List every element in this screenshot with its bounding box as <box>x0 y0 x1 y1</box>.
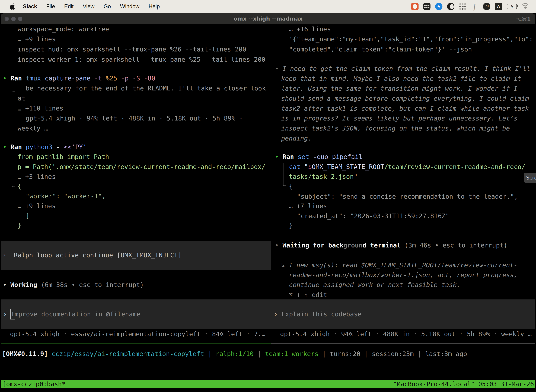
right-prompt-input[interactable]: › Explain this codebase <box>274 309 362 319</box>
bullet-icon: • <box>3 281 7 288</box>
left-python-code: p = Path('.omx/state/team/review-current… <box>18 162 265 172</box>
right-prompt-band[interactable]: › Explain this codebase <box>271 299 535 329</box>
pane-divider[interactable] <box>271 24 271 344</box>
right-thinking-line: inspect task2's JSON, focusing on the st… <box>281 123 510 133</box>
right-thinking-line: is in progress? It seems likely but perh… <box>281 113 517 123</box>
window-shortcut-badge: ⌥⌘1 <box>516 16 531 22</box>
left-prompt-input[interactable]: › Improve documentation in @filename <box>3 309 140 319</box>
left-python-output: ] <box>26 210 29 221</box>
left-cmd1-output: gpt-5.4 xhigh · 94% left · 488K in · 5.1… <box>26 113 243 123</box>
tmux-host-clock: "MacBook-Pro-44.local" 05:03 31-Mar-26 <box>393 380 534 388</box>
left-python-output: { <box>18 181 21 191</box>
menu-item-view[interactable]: View <box>83 3 94 10</box>
right-cat-output: } <box>289 220 293 230</box>
chevron-icon: › <box>3 311 7 318</box>
right-mailbox-message-cont: continue assigned work or next feasible … <box>289 280 460 290</box>
right-thinking-line: keep that in mind. Maybe I also need the… <box>281 74 521 84</box>
menu-bar: Slack File Edit View Go Window Help ϟ ʃ … <box>0 0 536 13</box>
left-intro-line: … +9 lines <box>18 34 56 44</box>
omx-version: [OMX#0.11.9] <box>2 350 52 357</box>
right-edit-hint: ⌥ + ↑ edit <box>289 290 327 300</box>
right-thinking-block: • I need to get the claim token from the… <box>275 64 530 74</box>
omx-ralph-counter: ralph:1/10 <box>215 350 254 357</box>
left-python-output: } <box>18 220 21 230</box>
green-bullet-icon: • <box>3 143 7 150</box>
right-waiting-status: • Waiting for background terminal (3m 46… <box>275 240 507 250</box>
output-connector <box>283 163 286 186</box>
right-cat-command: cat "$OMX_TEAM_STATE_ROOT/team/review-cu… <box>289 162 525 172</box>
left-cmd1-output: … +110 lines <box>18 103 63 113</box>
messenger-bolt-icon[interactable]: ϟ <box>435 3 442 10</box>
terminal-cursor: I <box>10 309 15 319</box>
right-cat-output: "subject": "send a concise recommendatio… <box>297 191 518 201</box>
bullet-icon: • <box>275 65 279 72</box>
omx-status-line: [OMX#0.11.9] cczip/essay/ai-reimplementa… <box>2 349 467 359</box>
right-mailbox-message: ↳ 1 new msg(s): read $OMX_TEAM_STATE_ROO… <box>281 260 517 270</box>
left-python-more: … +3 lines <box>18 172 56 182</box>
right-mailbox-message-cont: readme-and-reco/mailbox/worker-1.json, a… <box>289 270 517 280</box>
left-working-status: • Working (6m 38s • esc to interrupt) <box>3 280 144 290</box>
moon-icon[interactable] <box>447 3 455 10</box>
chevron-icon: › <box>274 311 278 318</box>
menu-item-file[interactable]: File <box>46 3 55 10</box>
left-intro-line: inspect_hud: omx sparkshell --tmux-pane … <box>18 44 246 54</box>
left-pane-bottom-border <box>1 344 271 344</box>
wifi-icon[interactable] <box>522 3 529 10</box>
left-ran-tmux-command: • Ran tmux capture-pane -t %25 -p -S -80 <box>3 73 155 83</box>
badge-61-icon[interactable]: ..61 <box>483 3 490 10</box>
screen-tooltip: Scre <box>524 173 536 183</box>
desktop-screen: Slack File Edit View Go Window Help ϟ ʃ … <box>0 0 536 392</box>
omx-team-workers: team:1 workers <box>265 350 318 357</box>
left-python-code: from pathlib import Path <box>18 152 109 162</box>
left-ran-python-command: • Ran python3 - <<'PY' <box>3 142 87 152</box>
omx-repo: cczip/essay/ai-reimplementation-copyleft <box>52 350 204 357</box>
keyboard-shield-icon[interactable] <box>423 3 431 10</box>
right-more-lines: … +16 lines <box>289 24 331 34</box>
right-cat-output: "created_at": "2026-03-31T11:59:27.816Z" <box>297 211 449 221</box>
right-thinking-line: task2 after task1 is complete, but can I… <box>281 103 529 113</box>
window-title-bar: omx --xhigh --madmax ⌥⌘1 <box>1 13 535 24</box>
left-pane-status: gpt-5.4 xhigh · essay/ai-reimplementatio… <box>10 329 265 339</box>
bullet-icon: • <box>275 242 279 249</box>
menu-item-edit[interactable]: Edit <box>64 3 73 10</box>
menu-item-go[interactable]: Go <box>104 3 111 10</box>
left-intro-line: inspect_worker-1: omx sparkshell --tmux-… <box>18 54 265 65</box>
right-json-arg: '{"team_name":"my-team","task_id":"1","f… <box>289 34 533 44</box>
window-title: omx --xhigh --madmax <box>1 15 535 22</box>
right-pane-bottom-border <box>271 344 535 344</box>
right-thinking-line: should send a message before completing … <box>281 93 529 103</box>
active-app-name[interactable]: Slack <box>23 3 37 10</box>
right-ran-set-command: • Ran set -euo pipefail <box>275 152 363 162</box>
right-thinking-line: pending. <box>281 133 312 143</box>
right-thinking-line: later. Using the same for transition mig… <box>281 84 517 93</box>
omx-turns: turns:20 <box>330 350 360 357</box>
omx-last-activity: last:3m ago <box>425 350 467 357</box>
battery-icon[interactable]: ϟ <box>507 4 517 9</box>
right-json-arg: "completed","claim_token":"claim-token"}… <box>289 44 472 54</box>
chat-app-icon[interactable] <box>411 3 419 10</box>
right-cat-output: { <box>289 181 293 191</box>
left-prompt-band[interactable]: › Improve documentation in @filename <box>1 299 271 329</box>
menu-item-help[interactable]: Help <box>148 3 160 10</box>
left-python-output: "worker": "worker-1", <box>26 191 106 201</box>
right-cat-output: … +7 lines <box>289 201 327 211</box>
ralph-loop-status: › Ralph loop active continue [OMX_TMUX_I… <box>2 250 182 260</box>
dots-grid-icon[interactable] <box>459 3 466 10</box>
right-cat-command-cont: tasks/task-2.json" <box>289 172 358 182</box>
chevron-icon: › <box>2 252 6 259</box>
squiggle-icon[interactable]: ʃ <box>471 3 478 10</box>
menu-item-window[interactable]: Window <box>120 3 139 10</box>
menubar-status-icons: ϟ ʃ ..61 A ϟ <box>411 3 529 10</box>
output-connector <box>12 153 15 187</box>
input-source-a-icon[interactable]: A <box>495 3 502 10</box>
tmux-session-window[interactable]: [omx-cczip0:bash* <box>2 380 65 388</box>
right-pane-status: gpt-5.4 xhigh · 94% left · 488K in · 5.1… <box>280 329 531 339</box>
left-cmd1-output: at <box>18 93 25 103</box>
output-connector <box>12 84 15 92</box>
left-cmd1-output: be necessary for the end of the README. … <box>26 83 266 93</box>
green-bullet-icon: • <box>275 153 279 160</box>
reply-arrow-icon: ↳ <box>281 261 289 269</box>
apple-menu-icon[interactable] <box>10 3 15 10</box>
left-python-output: … +9 lines <box>18 201 56 211</box>
tmux-status-bar: [omx-cczip0:bash* "MacBook-Pro-44.local"… <box>1 380 535 388</box>
